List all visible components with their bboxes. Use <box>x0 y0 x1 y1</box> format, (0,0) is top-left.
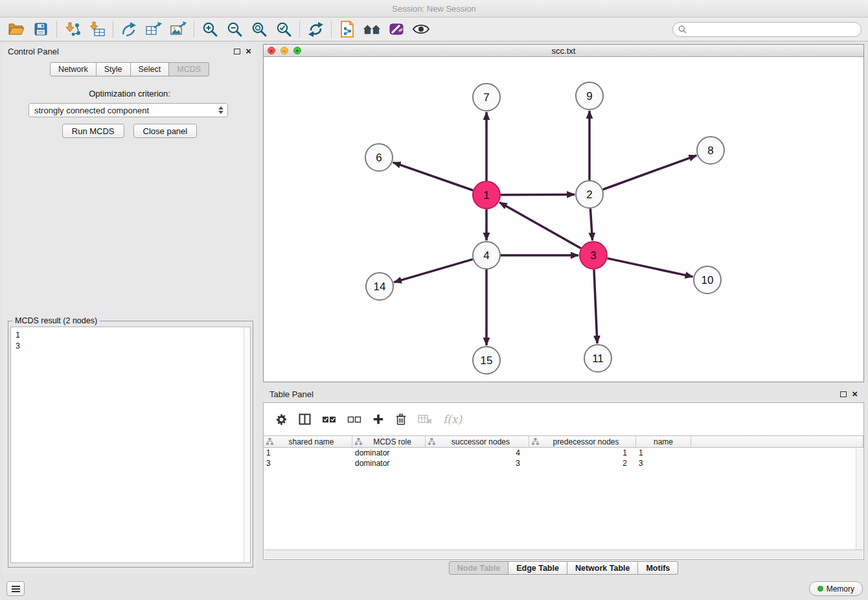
column-header-predecessor-nodes[interactable]: predecessor nodes <box>529 436 636 447</box>
run-mcds-button[interactable]: Run MCDS <box>62 124 124 138</box>
main-toolbar <box>0 17 868 41</box>
zoom-in-button[interactable] <box>200 19 220 39</box>
table-horizontal-scrollbar[interactable] <box>264 549 863 559</box>
control-panel-title: Control Panel <box>8 47 59 56</box>
column-header-filler <box>691 436 863 447</box>
table-cell: dominator <box>352 448 426 458</box>
table-row[interactable]: 3dominator323 <box>264 458 863 468</box>
style-brush-button[interactable] <box>387 19 406 39</box>
column-header-shared-name[interactable]: shared name <box>264 436 352 447</box>
network-window-titlebar[interactable]: × − + scc.txt <box>264 45 863 57</box>
close-window-button[interactable]: × <box>268 47 275 54</box>
export-image-icon <box>170 21 187 37</box>
table-body: 1dominator4113dominator323 <box>264 448 863 468</box>
window-controls: × − + <box>268 47 301 54</box>
graph-edge-3-10[interactable] <box>608 259 693 277</box>
import-table-button[interactable] <box>87 19 107 39</box>
import-network-icon <box>64 21 81 37</box>
table-panel-tabs: Node Table Edge Table Network Table Moti… <box>263 561 864 575</box>
control-panel-header: Control Panel × <box>3 44 257 58</box>
zoom-in-icon <box>202 21 218 38</box>
control-panel-tabs: Network Style Select MCDS <box>3 62 257 76</box>
show-graphics-details-button[interactable] <box>411 19 431 39</box>
tab-select[interactable]: Select <box>131 62 170 76</box>
delete-table-button[interactable] <box>418 414 432 424</box>
tab-style[interactable]: Style <box>97 62 131 76</box>
close-panel-icon[interactable]: × <box>246 48 251 54</box>
graph-edge-3-11[interactable] <box>594 270 597 343</box>
import-table-icon <box>89 21 106 37</box>
save-session-button[interactable] <box>31 19 51 39</box>
minimize-window-button[interactable]: − <box>280 47 288 54</box>
tab-node-table[interactable]: Node Table <box>449 561 508 575</box>
table-row[interactable]: 1dominator411 <box>264 448 863 458</box>
memory-label: Memory <box>827 584 854 594</box>
show-column-button[interactable] <box>299 413 311 425</box>
table-cell-filler <box>691 448 863 458</box>
graph-node-label: 10 <box>702 274 714 286</box>
function-builder-button[interactable]: f(x) <box>443 413 462 426</box>
float-table-panel-icon[interactable] <box>840 391 847 397</box>
create-column-button[interactable] <box>372 413 384 425</box>
tab-network[interactable]: Network <box>50 62 97 76</box>
graph-node-label: 2 <box>586 189 592 201</box>
unchecked-boxes-icon <box>347 415 361 424</box>
tab-edge-table[interactable]: Edge Table <box>508 561 567 575</box>
graph-edge-1-2[interactable] <box>501 194 575 195</box>
network-window-title: scc.txt <box>264 46 863 56</box>
graph-edge-4-14[interactable] <box>394 259 473 282</box>
memory-button[interactable]: Memory <box>809 581 863 596</box>
table-panel-box: f(x) shared name MCDS role successor nod… <box>263 402 864 560</box>
graph-edge-3-1[interactable] <box>499 202 581 248</box>
table-cell: 3 <box>264 458 352 468</box>
table-cell: 2 <box>529 458 636 468</box>
column-header-successor-nodes[interactable]: successor nodes <box>426 436 529 447</box>
maximize-window-button[interactable]: + <box>293 47 301 54</box>
tab-mcds[interactable]: MCDS <box>169 62 209 76</box>
delete-columns-button[interactable] <box>395 413 407 426</box>
search-input[interactable] <box>690 25 856 34</box>
table-settings-button[interactable] <box>275 413 288 426</box>
search-box[interactable] <box>672 22 862 37</box>
graph-edge-1-6[interactable] <box>393 163 474 190</box>
column-type-icon <box>532 438 539 445</box>
import-network-button[interactable] <box>63 19 82 39</box>
open-session-button[interactable] <box>6 19 26 39</box>
graph-edge-2-3[interactable] <box>590 209 592 240</box>
task-history-button[interactable] <box>6 581 25 596</box>
column-header-mcds-role[interactable]: MCDS role <box>352 436 426 447</box>
float-panel-icon[interactable] <box>234 49 240 54</box>
zoom-selected-button[interactable] <box>274 19 293 39</box>
optimization-criterion-select[interactable]: strongly connected component <box>29 103 228 117</box>
column-type-icon <box>355 438 362 445</box>
tab-motifs[interactable]: Motifs <box>638 561 678 575</box>
select-all-columns-button[interactable] <box>322 415 336 424</box>
graph-edge-2-8[interactable] <box>603 156 697 190</box>
mcds-result-area[interactable]: 1 3 <box>10 327 251 563</box>
network-canvas[interactable]: 7968124310141511 <box>264 58 863 382</box>
table-vertical-scrollbar[interactable] <box>856 448 863 549</box>
close-table-panel-icon[interactable]: × <box>852 391 858 397</box>
graph-svg[interactable]: 7968124310141511 <box>264 58 863 382</box>
refresh-layout-button[interactable] <box>306 19 325 39</box>
zoom-fit-button[interactable] <box>249 19 269 39</box>
tab-network-table[interactable]: Network Table <box>567 561 639 575</box>
optimization-criterion-label: Optimization criterion: <box>3 89 257 98</box>
home-button[interactable] <box>362 19 382 39</box>
export-image-button[interactable] <box>168 19 188 39</box>
column-header-name[interactable]: name <box>636 436 691 447</box>
export-network-button[interactable] <box>119 19 139 39</box>
table-cell: 1 <box>636 448 691 458</box>
close-panel-button[interactable]: Close panel <box>133 124 198 138</box>
style-brush-icon <box>389 21 404 37</box>
zoom-out-button[interactable] <box>225 19 244 39</box>
network-view-window: × − + scc.txt 7968124310141511 <box>263 44 864 382</box>
graph-node-label: 8 <box>707 144 713 157</box>
unselect-all-columns-button[interactable] <box>347 415 361 424</box>
table-panel: Table Panel × <box>263 387 864 574</box>
network-document-button[interactable] <box>337 19 357 39</box>
zoom-selected-icon <box>276 21 292 38</box>
graph-node-label: 14 <box>374 281 386 293</box>
export-table-button[interactable] <box>144 19 163 39</box>
mcds-result-scrollbar[interactable] <box>244 327 250 562</box>
